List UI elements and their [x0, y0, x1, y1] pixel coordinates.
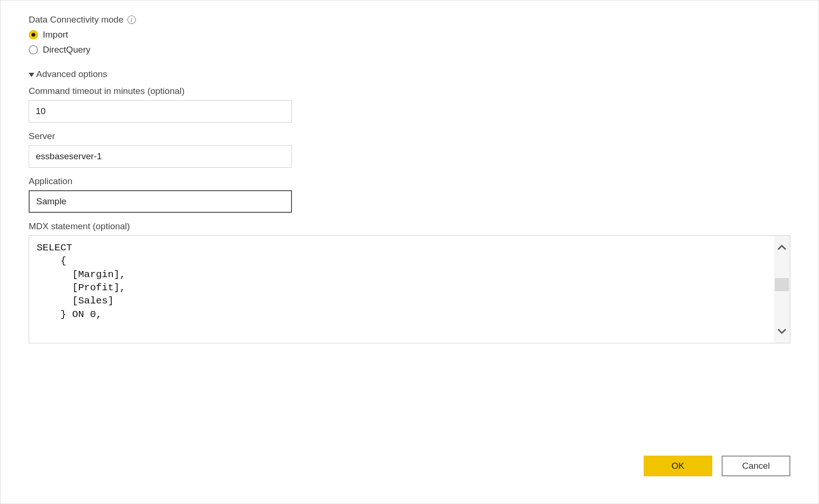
application-label: Application [29, 176, 790, 186]
connectivity-mode-label: Data Connectivity mode [29, 15, 124, 25]
ok-button[interactable]: OK [644, 456, 712, 476]
timeout-label: Command timeout in minutes (optional) [29, 86, 790, 96]
chevron-down-icon [29, 73, 34, 77]
mdx-input-wrapper [29, 235, 790, 343]
server-input[interactable] [29, 145, 292, 168]
application-input[interactable] [29, 190, 292, 213]
dialog-button-row: OK Cancel [644, 456, 790, 476]
radio-directquery-label: DirectQuery [43, 45, 90, 55]
advanced-options-expander[interactable]: Advanced options [29, 69, 790, 79]
radio-icon-unselected [29, 45, 38, 54]
radio-icon-selected [29, 30, 38, 39]
radio-import[interactable]: Import [29, 30, 790, 40]
info-icon[interactable]: i [127, 16, 136, 24]
radio-import-label: Import [43, 30, 68, 40]
scroll-up-icon[interactable] [777, 244, 787, 251]
connectivity-mode-heading: Data Connectivity mode i [29, 15, 790, 25]
mdx-textarea[interactable] [29, 236, 774, 343]
scroll-down-icon[interactable] [777, 328, 787, 334]
scroll-thumb[interactable] [775, 278, 789, 291]
connectivity-radio-group: Import DirectQuery [29, 30, 790, 55]
connection-dialog: Data Connectivity mode i Import DirectQu… [0, 0, 819, 504]
mdx-label: MDX statement (optional) [29, 221, 790, 232]
timeout-input[interactable] [29, 100, 292, 123]
server-label: Server [29, 131, 790, 141]
advanced-options-label: Advanced options [36, 69, 107, 79]
mdx-scrollbar[interactable] [774, 236, 790, 343]
radio-directquery[interactable]: DirectQuery [29, 45, 790, 55]
cancel-button[interactable]: Cancel [722, 456, 790, 476]
